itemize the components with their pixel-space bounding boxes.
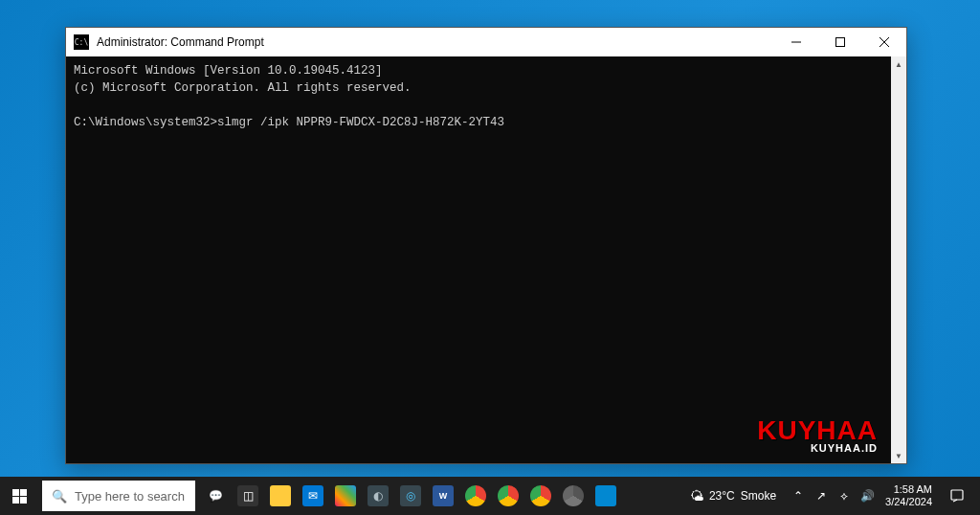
watermark-title: KUYHAA: [757, 418, 878, 442]
word-button[interactable]: W: [427, 477, 459, 515]
chrome2-button[interactable]: [492, 477, 524, 515]
system-tray: 🌤 23°C Smoke ⌃ ↗ ⟡ 🔊 1:58 AM 3/24/2024: [679, 477, 980, 515]
vertical-scrollbar[interactable]: ▲ ▼: [891, 56, 906, 463]
chrome-icon: [563, 485, 584, 506]
start-button[interactable]: [0, 477, 38, 515]
window-title: Administrator: Command Prompt: [97, 35, 774, 49]
chevron-up-icon: ⌃: [793, 489, 803, 503]
watermark: KUYHAA KUYHAA.ID: [757, 418, 878, 454]
file-explorer-button[interactable]: [264, 477, 297, 515]
chrome4-button[interactable]: [557, 477, 590, 515]
chrome-icon: [530, 485, 551, 506]
app2-icon: ◐: [368, 485, 389, 506]
clock-date: 3/24/2024: [885, 496, 932, 508]
window-controls: [774, 28, 906, 56]
terminal-body[interactable]: Microsoft Windows [Version 10.0.19045.41…: [66, 56, 906, 463]
app3-button[interactable]: ◎: [394, 477, 427, 515]
tray-wifi-button[interactable]: ⟡: [834, 477, 855, 515]
app3-icon: ◎: [400, 485, 421, 506]
chrome-icon: [498, 485, 519, 506]
terminal-output: Microsoft Windows [Version 10.0.19045.41…: [66, 56, 906, 138]
app4-icon: [595, 485, 616, 506]
svg-rect-4: [951, 490, 963, 500]
wifi-icon: ⟡: [840, 489, 848, 503]
search-input[interactable]: 🔍 Type here to search: [42, 481, 195, 511]
titlebar[interactable]: C:\ Administrator: Command Prompt: [66, 28, 906, 56]
cortana-button[interactable]: 💬: [199, 477, 232, 515]
app1-icon: [335, 485, 356, 506]
maximize-button[interactable]: [818, 28, 862, 56]
mail-button[interactable]: ✉: [297, 477, 329, 515]
chrome-icon: [465, 485, 486, 506]
weather-widget[interactable]: 🌤 23°C Smoke: [679, 477, 788, 515]
search-icon: 🔍: [52, 489, 67, 504]
windows-logo-icon: [12, 489, 27, 504]
taskbar: 🔍 Type here to search 💬 ◫ ✉ ◐ ◎ W 🌤 23°C…: [0, 477, 980, 515]
weather-icon: 🌤: [690, 488, 703, 504]
chrome1-button[interactable]: [459, 477, 492, 515]
cortana-icon: 💬: [205, 485, 226, 506]
weather-temp: 23°C: [709, 489, 735, 503]
task-view-button[interactable]: ◫: [232, 477, 264, 515]
arrow-icon: ↗: [816, 489, 826, 503]
notifications-button[interactable]: [940, 477, 974, 515]
watermark-subtitle: KUYHAA.ID: [757, 442, 878, 454]
tray-overflow-button[interactable]: ⌃: [788, 477, 809, 515]
app1-button[interactable]: [329, 477, 362, 515]
tray-volume-button[interactable]: 🔊: [857, 477, 878, 515]
chrome3-button[interactable]: [524, 477, 557, 515]
cmd-icon: C:\: [74, 34, 89, 50]
word-icon: W: [433, 485, 454, 506]
taskbar-pinned-apps: 💬 ◫ ✉ ◐ ◎ W: [199, 477, 622, 515]
scroll-up-arrow-icon[interactable]: ▲: [891, 56, 906, 72]
notification-icon: [949, 488, 965, 504]
command-prompt-window: C:\ Administrator: Command Prompt Micros…: [65, 27, 907, 464]
clock-button[interactable]: 1:58 AM 3/24/2024: [878, 477, 940, 515]
task-view-icon: ◫: [237, 485, 258, 506]
mail-icon: ✉: [302, 485, 323, 506]
svg-rect-1: [836, 38, 845, 47]
close-button[interactable]: [862, 28, 906, 56]
minimize-button[interactable]: [774, 28, 818, 56]
speaker-icon: 🔊: [860, 489, 875, 503]
app2-button[interactable]: ◐: [362, 477, 394, 515]
tray-cloud-button[interactable]: ↗: [811, 477, 832, 515]
search-placeholder: Type here to search: [75, 489, 185, 504]
weather-condition: Smoke: [741, 489, 776, 503]
app4-button[interactable]: [590, 477, 622, 515]
folder-icon: [270, 485, 291, 506]
scroll-down-arrow-icon[interactable]: ▼: [891, 448, 906, 463]
clock-time: 1:58 AM: [894, 483, 932, 496]
